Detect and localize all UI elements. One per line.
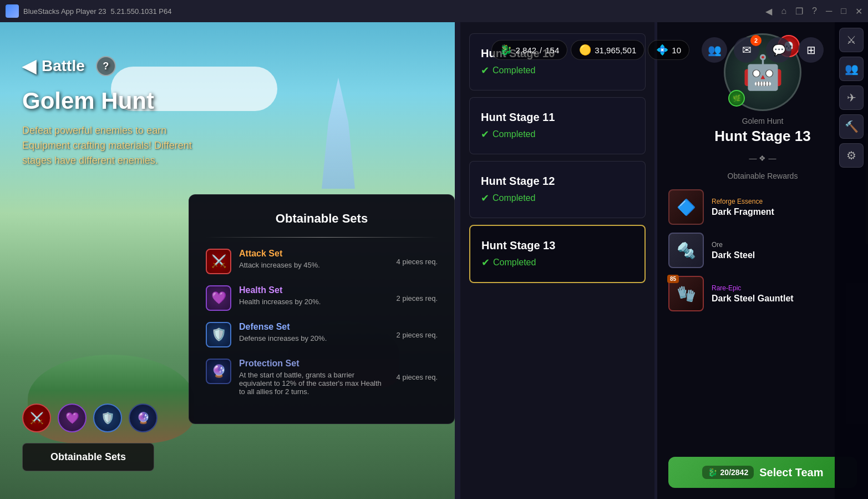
gauntlet-icon: 🧤 85 <box>668 276 704 311</box>
attack-set-icon-popup: ⚔️ <box>206 249 231 274</box>
silver-amount: 2,842 <box>515 46 536 55</box>
app-logo <box>6 4 19 18</box>
stage-11-name: Hunt Stage 11 <box>481 111 634 124</box>
obtainable-sets-popup: Obtainable Sets ⚔️ Attack Set Attack inc… <box>189 194 455 424</box>
stage-13-status: ✔ Completed <box>481 256 633 269</box>
help-button[interactable]: ? <box>96 56 116 76</box>
protection-set-req: 4 pieces req. <box>397 373 438 381</box>
back-arrow-icon: ◀ <box>22 56 36 77</box>
hunt-stage-title: Hunt Stage 13 <box>714 128 810 145</box>
check-icon-11: ✔ <box>481 128 489 140</box>
attack-set-desc: Attack increases by 45%. <box>239 261 389 269</box>
gold-icon: 🟡 <box>579 44 591 56</box>
stage-item-13[interactable]: Hunt Stage 13 ✔ Completed <box>469 225 646 283</box>
check-icon-12: ✔ <box>481 192 489 204</box>
gauntlet-level-badge: 85 <box>667 275 679 283</box>
cost-display: 🐉 20/2842 <box>702 466 754 479</box>
copy-icon[interactable]: ❐ <box>795 6 803 17</box>
protection-set-desc: At the start of battle, grants a barrier… <box>239 371 389 396</box>
protection-set-name: Protection Set <box>239 359 389 369</box>
silver-separator: / <box>540 46 542 55</box>
crystal-amount: 10 <box>672 46 681 55</box>
back-button[interactable]: ◀ Battle ? <box>22 56 200 77</box>
defense-set-row: 🛡️ Defense Set Defense increases by 20%.… <box>206 322 438 347</box>
attack-set-row: ⚔️ Attack Set Attack increases by 45%. 4… <box>206 249 438 274</box>
cost-value: 20/2842 <box>720 468 749 477</box>
battle-label: Battle <box>42 57 85 75</box>
health-set-name: Health Set <box>239 285 389 295</box>
currency-silver[interactable]: 🐉 2,842 / 154 <box>491 40 567 60</box>
hunt-subtitle: Golem Hunt <box>742 117 784 125</box>
maximize-icon[interactable]: □ <box>841 6 846 16</box>
reward-dark-steel: 🔩 Ore Dark Steel <box>668 233 857 268</box>
stage-list: Hunt Stage 10 ✔ Completed Hunt Stage 11 … <box>460 22 654 499</box>
health-set-desc: Health increases by 20%. <box>239 298 389 306</box>
stage-10-status: ✔ Completed <box>481 64 634 77</box>
app-title: BlueStacks App Player 23 <box>23 7 106 16</box>
back-icon[interactable]: ◀ <box>765 6 772 17</box>
protection-set-icon[interactable]: 🔮 <box>129 404 158 432</box>
health-set-req: 2 pieces req. <box>397 294 438 303</box>
divider-ornament: — ❖ — <box>749 154 776 163</box>
protection-set-icon-popup: 🔮 <box>206 359 231 384</box>
reward-gauntlet: 🧤 85 Rare-Epic Dark Steel Gauntlet <box>668 276 857 311</box>
silver-max: 154 <box>545 46 559 55</box>
home-icon[interactable]: ⌂ <box>781 6 786 16</box>
dark-steel-icon: 🔩 <box>668 233 704 268</box>
health-set-info: Health Set Health increases by 20%. <box>239 285 389 306</box>
sidebar-icon-1[interactable]: ⚔ <box>839 28 864 52</box>
mail-badge: 2 <box>750 35 762 46</box>
sidebar-icon-4[interactable]: 🔨 <box>839 114 864 139</box>
sidebar-icon-3[interactable]: ✈ <box>839 85 864 110</box>
set-icons-row: ⚔️ 💜 🛡️ 🔮 <box>22 404 158 432</box>
title-bar-right: ◀ ⌂ ❐ ? ─ □ ✕ <box>765 6 862 17</box>
attack-set-icon[interactable]: ⚔️ <box>22 404 51 432</box>
silver-icon: 🐉 <box>500 44 512 56</box>
defense-set-req: 2 pieces req. <box>397 331 438 339</box>
health-set-icon-popup: 💜 <box>206 285 231 311</box>
close-icon[interactable]: ✕ <box>855 6 862 17</box>
health-set-icon[interactable]: 💜 <box>58 404 87 432</box>
reward-dark-fragment: 🔷 Reforge Essence Dark Fragment <box>668 189 857 225</box>
chat-button[interactable]: 💬 <box>766 37 791 63</box>
attack-set-info: Attack Set Attack increases by 45%. <box>239 249 389 269</box>
guild-button[interactable]: 👥 <box>702 37 727 63</box>
app-version: 5.21.550.1031 P64 <box>111 7 172 16</box>
attack-set-name: Attack Set <box>239 249 389 259</box>
stage-item-11[interactable]: Hunt Stage 11 ✔ Completed <box>469 97 646 154</box>
defense-set-info: Defense Set Defense increases by 20%. <box>239 322 389 342</box>
crystal-spire-decoration <box>322 78 355 189</box>
stage-12-name: Hunt Stage 12 <box>481 175 634 188</box>
defense-set-desc: Defense increases by 20%. <box>239 334 389 342</box>
sidebar-icon-2[interactable]: 👥 <box>839 57 864 81</box>
popup-title: Obtainable Sets <box>206 211 438 226</box>
sidebar-icon-5[interactable]: ⚙ <box>839 143 864 168</box>
stage-11-status: ✔ Completed <box>481 128 634 140</box>
game-title: Golem Hunt <box>22 88 200 114</box>
menu-button[interactable]: ⊞ <box>798 37 824 63</box>
currency-crystal[interactable]: 💠 10 <box>648 40 689 60</box>
gold-amount: 31,965,501 <box>595 46 636 55</box>
help-titlebar-icon[interactable]: ? <box>812 6 817 16</box>
minimize-icon[interactable]: ─ <box>826 6 832 16</box>
check-icon-10: ✔ <box>481 64 489 77</box>
mail-button[interactable]: ✉ 2 <box>734 37 759 63</box>
popup-divider <box>206 237 438 238</box>
stage-item-12[interactable]: Hunt Stage 12 ✔ Completed <box>469 161 646 218</box>
protection-set-info: Protection Set At the start of battle, g… <box>239 359 389 396</box>
currency-bar: 🐉 2,842 / 154 🟡 31,965,501 💠 10 👥 ✉ 2 💬 <box>491 37 824 63</box>
defense-set-icon[interactable]: 🛡️ <box>93 404 122 432</box>
dark-fragment-icon: 🔷 <box>668 189 704 225</box>
defense-set-name: Defense Set <box>239 322 389 332</box>
stage-12-status: ✔ Completed <box>481 192 634 204</box>
select-team-button[interactable]: 🐉 20/2842 Select Team <box>668 457 857 488</box>
left-panel: ◀ Battle ? Golem Hunt Defeat powerful en… <box>22 56 200 168</box>
rewards-title: Obtainable Rewards <box>728 172 798 180</box>
game-area: 🐉 2,842 / 154 🟡 31,965,501 💠 10 👥 ✉ 2 💬 <box>0 22 868 499</box>
obtainable-sets-button[interactable]: Obtainable Sets <box>22 443 154 471</box>
stage-13-name: Hunt Stage 13 <box>481 239 633 252</box>
game-description: Defeat powerful enemies to earn Equipmen… <box>22 123 200 168</box>
currency-gold[interactable]: 🟡 31,965,501 <box>571 40 644 60</box>
protection-set-row: 🔮 Protection Set At the start of battle,… <box>206 359 438 396</box>
type-badge: 🌿 <box>728 90 745 107</box>
